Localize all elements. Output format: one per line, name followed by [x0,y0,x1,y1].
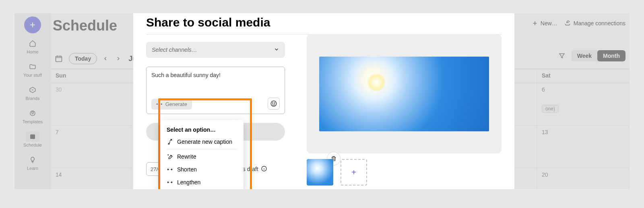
calendar-cell[interactable]: 20 [537,168,630,189]
filter-icon[interactable] [556,50,568,61]
view-month-button[interactable]: Month [597,50,625,61]
emoji-picker-button[interactable] [268,98,280,110]
svg-point-3 [271,101,277,106]
dropdown-option-shorten[interactable]: Shorten [160,163,244,176]
chevron-down-icon [274,47,279,53]
media-thumbnail[interactable] [307,159,333,186]
generate-dropdown: Select an option… Generate new caption R… [160,120,244,189]
channel-select-placeholder: Select channels… [152,47,197,53]
calendar-toolbar: Today July [53,49,143,68]
sidebar-item-label: Home [27,49,38,54]
sidebar-item-home[interactable]: Home [14,36,51,57]
next-month-button[interactable] [114,54,123,63]
preview-card [307,34,502,153]
dropdown-option-label: Generate new caption [177,139,232,145]
folder-icon [26,61,39,72]
calendar-cell[interactable]: 30 [51,83,131,125]
svg-point-4 [272,103,273,104]
dots-icon: ••• [156,101,163,107]
generate-label: Generate [165,101,187,107]
calendar-cell[interactable]: 14 [51,168,131,189]
calendar-cell[interactable]: 13 [537,126,630,168]
sidebar-item-label: Brands [26,96,40,101]
calendar-icon [26,131,39,142]
add-media-button[interactable]: + [341,159,367,186]
sidebar-item-brands[interactable]: Brands [14,82,51,103]
sidebar-item-label: Your stuff [23,73,42,77]
dropdown-option-generate-caption[interactable]: Generate new caption [160,135,244,148]
date-picker-icon[interactable] [53,53,65,65]
divider [167,149,237,149]
sidebar-item-label: Templates [23,119,43,124]
sidebar-item-learn[interactable]: Learn [14,152,51,173]
svg-rect-2 [30,135,35,139]
media-preview: + [307,34,502,186]
svg-point-5 [275,103,275,104]
brands-icon [26,85,39,95]
templates-icon [26,108,39,118]
app-frame: Schedule Today July New… Manage connecti… [14,13,630,189]
dropdown-option-rewrite[interactable]: Rewrite [160,150,244,163]
today-button[interactable]: Today [69,53,97,64]
generate-button[interactable]: ••• Generate [151,99,192,110]
sidebar: Home Your stuff Brands Templates Schedul… [14,13,51,189]
new-button[interactable]: New… [532,20,557,27]
dropdown-option-lengthen[interactable]: Lengthen [160,176,244,189]
dropdown-option-label: Lengthen [177,179,200,186]
header-actions: New… Manage connections [532,20,625,27]
modal-title: Share to social media [146,16,502,29]
sidebar-item-your-stuff[interactable]: Your stuff [14,59,51,80]
view-week-button[interactable]: Week [572,50,597,61]
calendar-cell[interactable]: 7 [51,126,131,168]
manage-connections-button[interactable]: Manage connections [564,20,625,27]
dropdown-option-label: Rewrite [177,153,196,160]
lightbulb-icon [26,155,39,165]
info-icon [261,165,267,173]
day-header-sun: Sun [51,69,131,83]
svg-rect-0 [56,56,62,61]
dropdown-header: Select an option… [160,124,244,135]
sidebar-item-templates[interactable]: Templates [14,106,51,126]
thumbnail-row: + [307,159,502,186]
manage-connections-label: Manage connections [574,20,625,27]
view-toggle: Week Month [556,50,625,61]
prev-month-button[interactable] [101,54,110,63]
event-chip[interactable]: one) [542,105,559,113]
calendar-cell[interactable]: 6one) [537,83,630,125]
sidebar-item-schedule[interactable]: Schedule [14,129,51,150]
caption-textarea[interactable]: Such a beautiful sunny day! ••• Generate [146,67,285,114]
day-header-sat: Sat [537,69,630,83]
sidebar-item-label: Learn [27,166,38,171]
sidebar-item-label: Schedule [23,143,42,147]
create-button[interactable] [24,16,41,33]
page-title: Schedule [53,17,117,34]
sky-image [319,57,489,131]
home-icon [26,38,39,49]
dropdown-option-label: Shorten [177,166,197,173]
new-button-label: New… [541,20,557,27]
channel-select[interactable]: Select channels… [146,42,285,58]
caption-text: Such a beautiful sunny day! [151,72,280,78]
